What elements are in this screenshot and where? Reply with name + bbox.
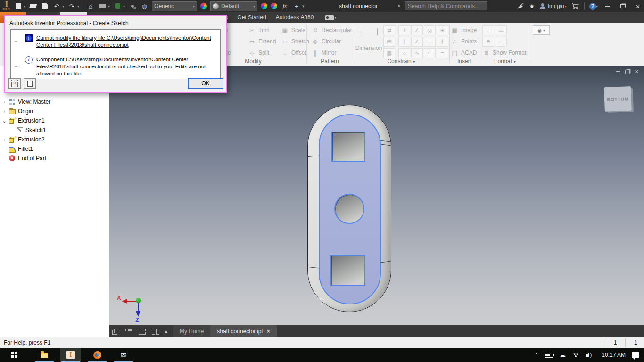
dialog-copy-button[interactable] bbox=[24, 78, 36, 89]
chevron-right-icon[interactable]: › bbox=[2, 99, 7, 105]
dialog-message-error[interactable]: ! Cannot modify the library file C:\User… bbox=[15, 34, 216, 49]
color-wheel-icon[interactable] bbox=[200, 3, 207, 9]
insert-image-button[interactable]: ▦Image bbox=[451, 25, 477, 35]
material-dropdown-icon[interactable]: ▾ bbox=[123, 4, 125, 8]
new-file-dropdown-icon[interactable]: ▾ bbox=[24, 4, 25, 8]
material-select[interactable]: Generic ▾ bbox=[152, 1, 197, 11]
tree-item-origin[interactable]: › Origin bbox=[2, 107, 33, 116]
stretch-button[interactable]: ▱Stretch bbox=[281, 37, 309, 46]
auto-dimension-icon[interactable]: ⇄ bbox=[383, 25, 395, 35]
favorites-star-icon[interactable]: ★ bbox=[529, 2, 535, 10]
add-qat-icon[interactable]: + bbox=[292, 2, 301, 10]
perpendicular-constraint-icon[interactable]: ∠ bbox=[411, 37, 423, 47]
new-file-icon[interactable] bbox=[14, 2, 22, 10]
lock-constraint-icon[interactable]: ⊞ bbox=[437, 25, 448, 35]
redo-dropdown-icon[interactable]: ▾ bbox=[77, 4, 79, 8]
panel-label-insert[interactable]: Insert bbox=[450, 58, 479, 65]
taskbar-firefox[interactable] bbox=[87, 348, 107, 362]
start-button[interactable] bbox=[4, 348, 25, 362]
panel-label-format[interactable]: Format ▾ bbox=[479, 58, 530, 65]
model-square-hole-bottom[interactable] bbox=[330, 255, 365, 286]
tree-item-extrusion1[interactable]: ⌄ ↑ Extrusion1 bbox=[2, 116, 45, 125]
inventor-logo[interactable]: I PRO bbox=[3, 1, 10, 11]
doc-close-icon[interactable]: × bbox=[635, 69, 638, 74]
document-switch-icon[interactable]: ▸ bbox=[398, 3, 401, 8]
wifi-icon[interactable] bbox=[572, 353, 579, 358]
search-input[interactable] bbox=[405, 1, 487, 10]
model-square-hole-top[interactable] bbox=[331, 132, 365, 162]
split-button[interactable]: -|-Split bbox=[248, 48, 269, 58]
model-shaft-connector[interactable] bbox=[307, 105, 391, 312]
vertical-constraint-icon[interactable]: ∦ bbox=[437, 37, 448, 47]
dialog-help-button[interactable]: ? bbox=[8, 78, 21, 89]
taskbar-inventor[interactable]: I bbox=[60, 348, 81, 362]
show-constraints-icon[interactable]: ▤ bbox=[383, 37, 395, 47]
circular-pattern-button[interactable]: ⊚Circular bbox=[311, 37, 341, 46]
tree-item-fillet1[interactable]: Fillet1 bbox=[8, 144, 33, 154]
close-tab-icon[interactable]: × bbox=[267, 328, 270, 335]
tab-autodesk-a360[interactable]: Autodesk A360 bbox=[271, 12, 319, 23]
chevron-right-icon[interactable]: › bbox=[2, 108, 7, 114]
store-cart-icon[interactable] bbox=[571, 3, 579, 9]
dialog-ok-button[interactable]: OK bbox=[188, 78, 223, 89]
driven-dimension-icon[interactable]: ▭ bbox=[495, 25, 507, 35]
tray-expand-icon[interactable]: ⌃ bbox=[534, 352, 538, 358]
trim-button[interactable]: ✂Trim bbox=[248, 25, 270, 35]
measure-icon[interactable] bbox=[128, 2, 137, 10]
qat-overflow-icon[interactable]: ▾ bbox=[302, 4, 305, 8]
rectangular-pattern-button[interactable]: ⠿Rectangular bbox=[311, 25, 352, 35]
panel-label-constrain[interactable]: Constrain ▾ bbox=[353, 58, 449, 65]
coincident-constraint-icon[interactable]: ⊥ bbox=[398, 25, 410, 35]
volume-icon[interactable] bbox=[586, 354, 589, 357]
dimension-button[interactable]: Dimension bbox=[356, 25, 381, 58]
taskbar-file-explorer[interactable] bbox=[34, 348, 55, 362]
constraint-settings-icon[interactable]: ▦ bbox=[383, 48, 395, 58]
globe-icon[interactable]: ◍ bbox=[140, 2, 149, 10]
concentric-constraint-icon[interactable]: ◎ bbox=[424, 25, 436, 35]
expand-tabs-icon[interactable]: ▲ bbox=[164, 329, 168, 334]
adjust-color-icon[interactable] bbox=[261, 3, 267, 9]
community-icon[interactable] bbox=[517, 3, 524, 9]
onedrive-cloud-icon[interactable]: ☁ bbox=[559, 351, 566, 359]
tab-get-started[interactable]: Get Started bbox=[232, 12, 271, 23]
open-file-icon[interactable] bbox=[29, 2, 37, 10]
render-dropdown-icon[interactable]: ▾ bbox=[108, 4, 110, 8]
tile-windows-icon[interactable] bbox=[125, 329, 133, 334]
help-menu[interactable]: ? ▾ bbox=[589, 3, 598, 10]
construction-format-icon[interactable]: ⌐ bbox=[482, 25, 494, 35]
taskbar-mail[interactable]: ✉ bbox=[113, 348, 134, 362]
horizontal-constraint-icon[interactable]: ≡ bbox=[424, 37, 436, 47]
tree-item-extrusion2[interactable]: › ↑ Extrusion2 bbox=[2, 135, 45, 144]
tangent-constraint-icon[interactable]: ○ bbox=[398, 48, 410, 58]
offset-button[interactable]: ≡Offset bbox=[281, 48, 306, 58]
home-icon[interactable]: ⌂ bbox=[86, 2, 95, 10]
redo-icon[interactable]: ↷ bbox=[67, 2, 76, 10]
close-button[interactable]: × bbox=[633, 1, 643, 11]
show-format-button[interactable]: ⧈Show Format bbox=[482, 48, 526, 58]
tab-my-home[interactable]: My Home bbox=[173, 325, 210, 337]
screen-record-button[interactable]: ▾ bbox=[325, 12, 336, 23]
user-menu[interactable]: tim.gio ▾ bbox=[540, 3, 567, 9]
tile-vertical-icon[interactable] bbox=[152, 329, 159, 334]
doc-minimize-icon[interactable] bbox=[616, 71, 620, 72]
insert-points-button[interactable]: ∴Points bbox=[451, 37, 477, 46]
chevron-down-icon[interactable]: ⌄ bbox=[2, 118, 7, 124]
panel-label-pattern[interactable]: Pattern bbox=[307, 58, 353, 65]
clear-color-icon[interactable] bbox=[271, 3, 277, 9]
symmetric-constraint-icon[interactable]: ⊂ bbox=[424, 48, 436, 58]
collinear-constraint-icon[interactable]: ∠ bbox=[411, 25, 423, 35]
tree-item-sketch1[interactable]: Sketch1 bbox=[16, 125, 46, 135]
error-message-link[interactable]: Cannot modify the library file C:\Users\… bbox=[36, 34, 216, 49]
tree-item-end-of-part[interactable]: End of Part bbox=[8, 154, 46, 163]
model-circular-hole[interactable] bbox=[334, 194, 364, 224]
equal-constraint-icon[interactable]: = bbox=[437, 48, 448, 58]
undo-dropdown-icon[interactable]: ▾ bbox=[62, 4, 64, 8]
scale-button[interactable]: ▣Scale bbox=[281, 25, 305, 35]
cascade-windows-icon[interactable] bbox=[112, 329, 120, 334]
smooth-constraint-icon[interactable]: ∿ bbox=[411, 48, 423, 58]
tree-item-view-master[interactable]: › View: Master bbox=[2, 97, 50, 107]
parallel-constraint-icon[interactable]: ∥ bbox=[398, 37, 410, 47]
mirror-button[interactable]: ∥Mirror bbox=[311, 48, 336, 58]
parameters-fx-icon[interactable]: fx bbox=[281, 2, 289, 10]
undo-icon[interactable]: ↶ bbox=[52, 2, 61, 10]
